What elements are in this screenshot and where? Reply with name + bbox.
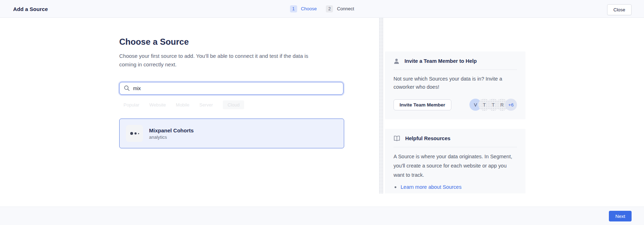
section-description: Choose your first source to add. You’ll … bbox=[119, 52, 346, 69]
invite-actions-row: Invite Team Member V T T R +6 bbox=[393, 99, 517, 111]
stepper: 1 Choose 2 Connect bbox=[290, 5, 354, 12]
step-connect[interactable]: 2 Connect bbox=[326, 5, 354, 12]
search-icon bbox=[124, 85, 130, 91]
source-meta: Mixpanel Cohorts analytics bbox=[149, 127, 194, 140]
step-choose-number: 1 bbox=[290, 5, 297, 12]
source-category: analytics bbox=[149, 135, 194, 140]
avatar-group: V T T R +6 bbox=[469, 99, 517, 111]
invite-card-header: Invite a Team Member to Help bbox=[393, 56, 517, 66]
book-icon bbox=[393, 136, 400, 141]
person-icon bbox=[393, 58, 400, 64]
source-result-mixpanel-cohorts[interactable]: Mixpanel Cohorts analytics bbox=[119, 119, 344, 148]
search-input[interactable] bbox=[119, 82, 343, 95]
sidebar: Invite a Team Member to Help Not sure wh… bbox=[385, 51, 525, 193]
mixpanel-logo-icon bbox=[126, 125, 143, 142]
invite-card-body: Not sure which Sources your data is in? … bbox=[393, 75, 517, 91]
search-box bbox=[119, 82, 343, 95]
resources-card-title: Helpful Resources bbox=[405, 136, 450, 141]
main-content: Choose a Source Choose your first source… bbox=[119, 18, 346, 148]
add-source-modal: Add a Source 1 Choose 2 Connect Close Ch… bbox=[0, 0, 644, 225]
vertical-scrollbar[interactable] bbox=[379, 18, 384, 193]
avatar-overflow-count: +6 bbox=[505, 99, 517, 111]
tab-mobile[interactable]: Mobile bbox=[176, 100, 189, 109]
tab-website[interactable]: Website bbox=[149, 100, 166, 109]
divider bbox=[393, 70, 517, 70]
invite-team-member-button[interactable]: Invite Team Member bbox=[393, 99, 451, 110]
resources-link-item: Learn more about Sources bbox=[393, 184, 517, 190]
step-connect-number: 2 bbox=[326, 5, 333, 12]
bullet-icon bbox=[395, 186, 396, 188]
source-name: Mixpanel Cohorts bbox=[149, 127, 194, 133]
section-heading: Choose a Source bbox=[119, 37, 346, 47]
resources-card-header: Helpful Resources bbox=[393, 134, 517, 143]
tab-popular[interactable]: Popular bbox=[123, 100, 139, 109]
divider bbox=[393, 147, 517, 147]
page-title: Add a Source bbox=[13, 6, 48, 12]
resources-card-body: A Source is where your data originates. … bbox=[393, 152, 517, 180]
category-tabs: Popular Website Mobile Server Cloud bbox=[119, 100, 346, 109]
top-bar: Add a Source 1 Choose 2 Connect Close bbox=[0, 0, 644, 18]
tab-cloud[interactable]: Cloud bbox=[223, 100, 244, 109]
learn-more-sources-link[interactable]: Learn more about Sources bbox=[401, 184, 462, 190]
helpful-resources-card: Helpful Resources A Source is where your… bbox=[385, 129, 525, 193]
step-choose[interactable]: 1 Choose bbox=[290, 5, 317, 12]
invite-card-title: Invite a Team Member to Help bbox=[404, 58, 477, 64]
next-button[interactable]: Next bbox=[609, 211, 632, 221]
step-choose-label: Choose bbox=[301, 6, 317, 11]
step-connect-label: Connect bbox=[337, 6, 354, 11]
invite-team-card: Invite a Team Member to Help Not sure wh… bbox=[385, 51, 525, 119]
footer-bar: Next bbox=[0, 207, 644, 225]
close-button[interactable]: Close bbox=[607, 4, 632, 15]
tab-server[interactable]: Server bbox=[199, 100, 213, 109]
